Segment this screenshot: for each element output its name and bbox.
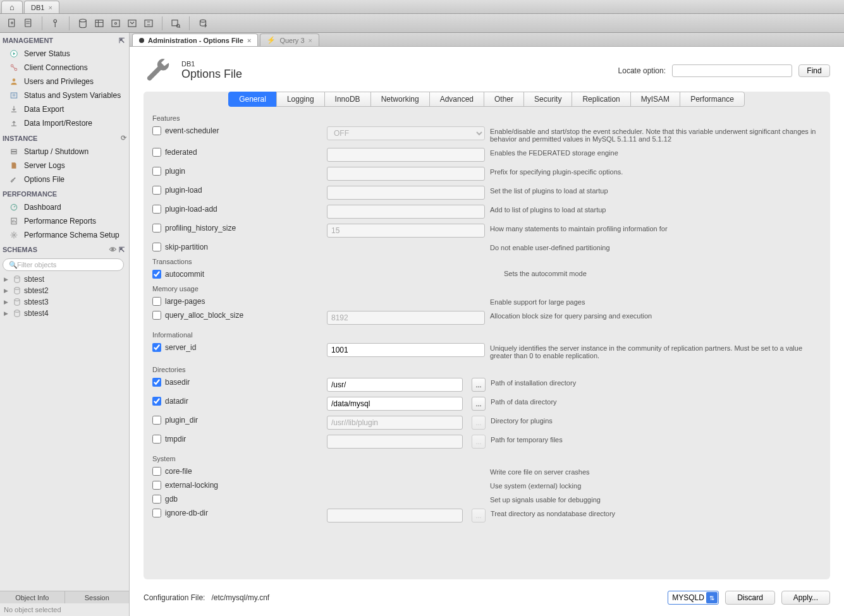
plugin-load-add-checkbox[interactable] bbox=[152, 205, 161, 214]
tab-session[interactable]: Session bbox=[65, 591, 130, 603]
tab-general[interactable]: General bbox=[228, 92, 277, 107]
chevron-right-icon: ▶ bbox=[4, 310, 10, 317]
proc-icon[interactable] bbox=[125, 16, 139, 30]
tab-logging[interactable]: Logging bbox=[276, 92, 325, 107]
sidebar-item-server-logs[interactable]: Server Logs bbox=[0, 159, 129, 172]
tab-performance[interactable]: Performance bbox=[680, 92, 745, 107]
reconnect-icon[interactable] bbox=[196, 16, 210, 30]
opt-label: external-locking bbox=[165, 481, 218, 490]
plugin-dir-checkbox[interactable] bbox=[152, 416, 161, 425]
eye-icon[interactable]: 👁 bbox=[109, 246, 116, 253]
find-button[interactable]: Find bbox=[798, 64, 830, 77]
db-icon[interactable] bbox=[76, 16, 90, 30]
skip-partition-checkbox[interactable] bbox=[152, 243, 161, 251]
datadir-checkbox[interactable] bbox=[152, 397, 161, 406]
tab-replication[interactable]: Replication bbox=[572, 92, 630, 107]
server-id-input[interactable] bbox=[327, 343, 485, 357]
open-sql-file-icon[interactable] bbox=[21, 16, 35, 30]
plugin-input[interactable] bbox=[327, 167, 485, 181]
ignore-db-dir-checkbox[interactable] bbox=[152, 509, 161, 517]
plugin-load-checkbox[interactable] bbox=[152, 186, 161, 195]
ignore-db-browse-button[interactable]: ... bbox=[472, 509, 486, 522]
header-subtitle: DB1 bbox=[181, 60, 242, 68]
tab-security[interactable]: Security bbox=[523, 92, 572, 107]
func-icon[interactable] bbox=[142, 16, 156, 30]
large-pages-checkbox[interactable] bbox=[152, 297, 161, 306]
popout-icon[interactable]: ⇱ bbox=[119, 246, 126, 253]
connections-icon bbox=[9, 63, 19, 73]
inspector-icon[interactable] bbox=[49, 16, 63, 30]
home-tab[interactable]: ⌂ bbox=[1, 1, 23, 13]
view-icon[interactable] bbox=[109, 16, 123, 30]
query-alloc-checkbox[interactable] bbox=[152, 311, 161, 320]
external-locking-checkbox[interactable] bbox=[152, 481, 161, 490]
management-header: MANAGEMENT ⇱ bbox=[0, 33, 129, 47]
plugin-dir-browse-button[interactable]: ... bbox=[472, 416, 486, 430]
profiling-checkbox[interactable] bbox=[152, 224, 161, 233]
profiling-input[interactable] bbox=[327, 224, 485, 238]
schema-item[interactable]: ▶sbtest4 bbox=[0, 308, 129, 319]
plugin-load-input[interactable] bbox=[327, 186, 485, 200]
tab-other[interactable]: Other bbox=[484, 92, 524, 107]
tab-object-info[interactable]: Object Info bbox=[0, 591, 65, 603]
locate-input[interactable] bbox=[672, 64, 792, 77]
apply-button[interactable]: Apply... bbox=[781, 591, 830, 605]
tab-networking[interactable]: Networking bbox=[370, 92, 430, 107]
autocommit-checkbox[interactable] bbox=[152, 270, 161, 279]
close-icon[interactable]: × bbox=[309, 37, 312, 44]
datadir-browse-button[interactable]: ... bbox=[472, 397, 486, 411]
sidebar-item-data-export[interactable]: Data Export bbox=[0, 102, 129, 116]
svg-point-23 bbox=[15, 287, 20, 290]
tab-query3[interactable]: ⚡ Query 3 × bbox=[260, 33, 319, 46]
datadir-input[interactable] bbox=[327, 397, 463, 411]
federated-checkbox[interactable] bbox=[152, 148, 161, 157]
plugin-checkbox[interactable] bbox=[152, 167, 161, 176]
sidebar-item-startup[interactable]: Startup / Shutdown bbox=[0, 145, 129, 159]
sidebar-item-status-vars[interactable]: Status and System Variables bbox=[0, 88, 129, 102]
tab-myisam[interactable]: MyISAM bbox=[630, 92, 680, 107]
discard-button[interactable]: Discard bbox=[725, 591, 775, 605]
query-alloc-input[interactable] bbox=[327, 311, 485, 325]
basedir-browse-button[interactable]: ... bbox=[472, 378, 486, 392]
refresh-icon[interactable]: ⟳ bbox=[121, 134, 126, 142]
popout-icon[interactable]: ⇱ bbox=[119, 37, 126, 44]
schema-item[interactable]: ▶sbtest bbox=[0, 274, 129, 285]
core-file-checkbox[interactable] bbox=[152, 467, 161, 476]
sidebar-item-client-connections[interactable]: Client Connections bbox=[0, 61, 129, 75]
options-scroll[interactable]: Features event-schedulerOFFEnable/disabl… bbox=[144, 107, 830, 579]
gdb-checkbox[interactable] bbox=[152, 495, 161, 504]
db1-tab[interactable]: DB1 × bbox=[24, 1, 59, 13]
sidebar-item-data-import[interactable]: Data Import/Restore bbox=[0, 116, 129, 130]
basedir-input[interactable] bbox=[327, 378, 463, 392]
schema-item[interactable]: ▶sbtest2 bbox=[0, 285, 129, 296]
tab-advanced[interactable]: Advanced bbox=[429, 92, 484, 107]
svg-rect-4 bbox=[95, 20, 103, 27]
table-icon[interactable] bbox=[92, 16, 106, 30]
sidebar-item-perf-schema[interactable]: Performance Schema Setup bbox=[0, 228, 129, 242]
sidebar-item-dashboard[interactable]: Dashboard bbox=[0, 200, 129, 214]
basedir-checkbox[interactable] bbox=[152, 378, 161, 387]
federated-input[interactable] bbox=[327, 148, 485, 162]
tab-admin-options[interactable]: Administration - Options File × bbox=[132, 33, 258, 46]
tmpdir-browse-button[interactable]: ... bbox=[472, 435, 486, 449]
section-select[interactable]: MYSQLD bbox=[668, 591, 719, 605]
sidebar-item-perf-reports[interactable]: Performance Reports bbox=[0, 214, 129, 228]
sidebar-item-users[interactable]: Users and Privileges bbox=[0, 75, 129, 88]
close-icon[interactable]: × bbox=[247, 37, 251, 44]
close-icon[interactable]: × bbox=[48, 4, 52, 11]
server-id-checkbox[interactable] bbox=[152, 343, 161, 352]
tab-innodb[interactable]: InnoDB bbox=[324, 92, 371, 107]
new-sql-file-icon[interactable] bbox=[5, 16, 19, 30]
search-table-icon[interactable] bbox=[169, 16, 183, 30]
tmpdir-input[interactable] bbox=[327, 435, 463, 449]
event-scheduler-checkbox[interactable] bbox=[152, 126, 161, 135]
sidebar-item-server-status[interactable]: Server Status bbox=[0, 47, 129, 61]
tmpdir-checkbox[interactable] bbox=[152, 435, 161, 444]
sidebar-item-options-file[interactable]: Options File bbox=[0, 172, 129, 186]
schema-item[interactable]: ▶sbtest3 bbox=[0, 296, 129, 308]
event-scheduler-select[interactable]: OFF bbox=[327, 126, 485, 140]
plugin-load-add-input[interactable] bbox=[327, 205, 485, 219]
plugin-dir-input[interactable] bbox=[327, 416, 463, 430]
schema-filter-input[interactable] bbox=[3, 258, 124, 271]
ignore-db-dir-input[interactable] bbox=[327, 509, 463, 522]
